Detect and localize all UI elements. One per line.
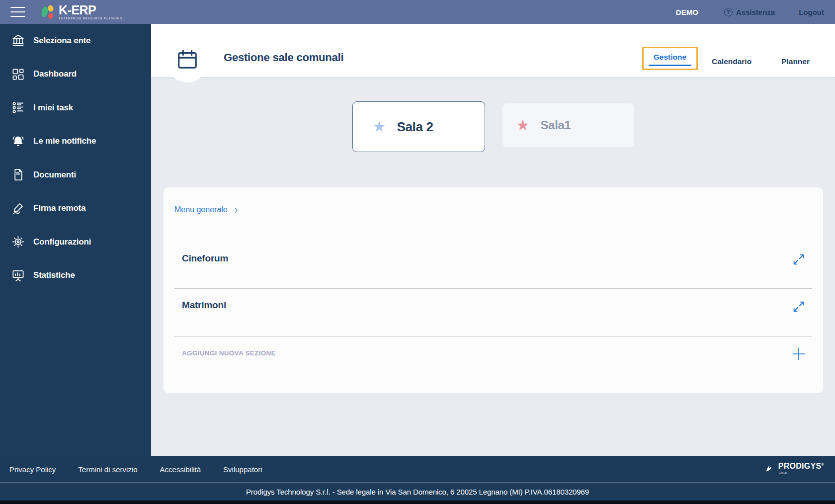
sections-panel: Menu generale Cineforum Matrimoni AGGIUN… bbox=[164, 187, 823, 393]
add-section-button[interactable] bbox=[791, 346, 807, 362]
footer: Privacy Policy Termini di servizio Acces… bbox=[0, 456, 835, 504]
expand-icon bbox=[792, 300, 806, 314]
prodigys-group-label: Group bbox=[779, 471, 824, 474]
assistance-label: Assistenza bbox=[736, 8, 775, 16]
footer-link-termini-di-servizio[interactable]: Termini di servizio bbox=[78, 465, 137, 474]
sidebar-item-dashboard[interactable]: Dashboard bbox=[0, 58, 151, 91]
bank-icon bbox=[11, 34, 25, 47]
sidebar-item-label: I miei task bbox=[33, 103, 73, 113]
topbar: K-ERP ENTERPRISE RESOURCE PLANNING DEMO … bbox=[0, 0, 835, 24]
footer-links: Privacy Policy Termini di servizio Acces… bbox=[0, 456, 284, 483]
row-divider bbox=[174, 336, 812, 337]
company-bar: Prodigys Technology S.r.l. - Sede legale… bbox=[0, 483, 835, 501]
room-card-sala-2[interactable]: ★ Sala 2 bbox=[352, 101, 485, 152]
page-icon-circle bbox=[167, 41, 208, 83]
chevron-right-icon bbox=[233, 207, 240, 214]
breadcrumb-menu-generale[interactable]: Menu generale bbox=[174, 205, 240, 214]
sidebar-item-label: Documenti bbox=[33, 170, 76, 180]
expand-button-matrimoni[interactable] bbox=[792, 300, 806, 314]
stats-icon bbox=[11, 269, 25, 282]
page-header: Gestione sale comunali Gestione Calendar… bbox=[151, 24, 835, 77]
tab-bar: Gestione Calendario Planner bbox=[642, 53, 818, 70]
sidebar-item-label: Seleziona ente bbox=[33, 36, 90, 46]
star-icon: ★ bbox=[516, 118, 530, 133]
expand-icon bbox=[792, 252, 806, 266]
sidebar-item-configurazioni[interactable]: Configurazioni bbox=[0, 225, 151, 259]
tasks-icon bbox=[11, 101, 25, 114]
registered-mark: ® bbox=[822, 463, 824, 466]
assistance-button[interactable]: ? Assistenza bbox=[724, 8, 775, 16]
dashboard-icon bbox=[11, 68, 25, 81]
hamburger-menu-icon[interactable] bbox=[10, 7, 25, 17]
help-icon: ? bbox=[724, 8, 733, 16]
sidebar-item-label: Configurazioni bbox=[33, 237, 91, 247]
logout-button[interactable]: Logout bbox=[799, 8, 824, 16]
bell-icon bbox=[11, 135, 25, 148]
star-icon: ★ bbox=[373, 119, 386, 134]
topbar-right: DEMO ? Assistenza Logout bbox=[676, 8, 835, 16]
active-tab-highlight-box: Gestione bbox=[642, 47, 698, 70]
expand-button-cineforum[interactable] bbox=[792, 252, 806, 266]
room-card-sala-1[interactable]: ★ Sala1 bbox=[502, 103, 634, 147]
prodigys-bird-icon bbox=[764, 463, 775, 474]
tab-planner[interactable]: Planner bbox=[773, 57, 818, 66]
breadcrumb-label: Menu generale bbox=[174, 205, 228, 214]
prodigys-logo: PRODIGYS® Group bbox=[764, 462, 824, 474]
tab-gestione[interactable]: Gestione bbox=[649, 53, 691, 66]
footer-link-privacy-policy[interactable]: Privacy Policy bbox=[9, 465, 56, 474]
room-selector: ★ Sala 2 ★ Sala1 bbox=[151, 101, 835, 152]
kerp-logo-icon bbox=[40, 3, 55, 20]
sidebar-item-i-miei-task[interactable]: I miei task bbox=[0, 91, 151, 125]
app-window: K-ERP ENTERPRISE RESOURCE PLANNING DEMO … bbox=[0, 0, 835, 504]
tab-calendario[interactable]: Calendario bbox=[704, 57, 759, 66]
bottom-strip bbox=[0, 501, 835, 504]
plus-icon bbox=[791, 346, 807, 362]
section-row-cineforum[interactable]: Cineforum bbox=[182, 253, 228, 264]
sidebar-item-seleziona-ente[interactable]: Seleziona ente bbox=[0, 24, 151, 58]
company-legal-line: Prodigys Technology S.r.l. - Sede legale… bbox=[246, 488, 589, 496]
add-section-label[interactable]: AGGIUNGI NUOVA SEZIONE bbox=[182, 349, 276, 357]
prodigys-name: PRODIGYS bbox=[778, 462, 822, 470]
gear-icon bbox=[11, 235, 25, 249]
section-row-matrimoni[interactable]: Matrimoni bbox=[182, 300, 226, 311]
environment-badge: DEMO bbox=[676, 8, 698, 16]
room-label: Sala1 bbox=[540, 118, 571, 132]
brand-tagline: ENTERPRISE RESOURCE PLANNING bbox=[59, 17, 122, 20]
sidebar-item-statistiche[interactable]: Statistiche bbox=[0, 259, 151, 293]
sidebar-item-le-mie-notifiche[interactable]: Le mie notifiche bbox=[0, 125, 151, 159]
main-area: Gestione sale comunali Gestione Calendar… bbox=[151, 24, 835, 456]
sidebar-item-label: Firma remota bbox=[33, 203, 85, 213]
signature-icon bbox=[11, 202, 25, 215]
page-title: Gestione sale comunali bbox=[224, 51, 343, 64]
sidebar-item-label: Statistiche bbox=[33, 270, 75, 280]
footer-link-sviluppatori[interactable]: Sviluppatori bbox=[223, 465, 262, 474]
sidebar-item-label: Le mie notifiche bbox=[33, 136, 96, 146]
row-divider bbox=[174, 288, 812, 289]
sidebar-item-firma-remota[interactable]: Firma remota bbox=[0, 192, 151, 226]
brand-name: K-ERP bbox=[59, 4, 122, 16]
room-label: Sala 2 bbox=[397, 119, 433, 135]
document-icon bbox=[11, 168, 25, 181]
app-logo[interactable]: K-ERP ENTERPRISE RESOURCE PLANNING bbox=[40, 3, 122, 20]
brand-text: K-ERP ENTERPRISE RESOURCE PLANNING bbox=[59, 4, 122, 20]
sidebar: Seleziona ente Dashboard I miei task Le … bbox=[0, 24, 151, 456]
prodigys-text: PRODIGYS® Group bbox=[778, 462, 824, 474]
sidebar-item-label: Dashboard bbox=[33, 69, 77, 79]
footer-link-accessibilita[interactable]: Accessibilità bbox=[160, 465, 201, 474]
calendar-icon bbox=[176, 48, 199, 71]
sidebar-item-documenti[interactable]: Documenti bbox=[0, 158, 151, 192]
